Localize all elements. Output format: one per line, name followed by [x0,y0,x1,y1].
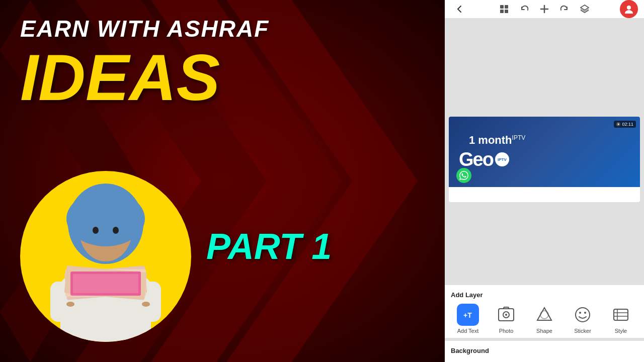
ideas-text: IDEAS [20,45,425,110]
grid-button[interactable] [495,0,513,18]
back-button[interactable] [451,0,469,18]
whatsapp-svg [459,171,468,180]
back-icon [455,4,465,14]
svg-point-18 [142,302,150,307]
resize-tool[interactable]: Resize [539,359,569,362]
panel-area: 02:11 1 monthIPTV Geo IPTV [445,19,644,362]
sticker-label: Sticker [574,328,591,334]
photo-tool[interactable]: Photo [491,304,521,334]
svg-text:+T: +T [463,311,472,319]
add-icon [539,4,549,14]
flip-rotate-icon-wrap [574,359,594,362]
grid-icon [499,4,509,14]
add-text-label: Add Text [457,328,479,334]
style-icon [612,306,629,323]
add-layer-title: Add Layer [449,291,640,299]
svg-rect-22 [505,10,508,13]
svg-point-6 [66,191,145,246]
undo-button[interactable] [515,0,533,18]
iptv-card[interactable]: 02:11 1 monthIPTV Geo IPTV [449,117,640,202]
shape-icon-wrap [533,304,555,326]
toolbar-center-icons [495,0,594,18]
bottom-row: PART 1 [20,171,425,347]
play-icon-small [616,122,620,126]
style-icon-wrap [610,304,632,326]
svg-point-38 [584,312,586,314]
canvas-area: EARN WITH ASHRAF IDEAS [0,0,445,362]
sticker-icon-wrap [572,304,594,326]
svg-point-33 [505,314,507,316]
add-button[interactable] [535,0,553,18]
add-text-tool[interactable]: +T Add Text [453,304,483,334]
style-tool[interactable]: Style [606,304,636,334]
avatar-circle [20,171,191,342]
shape-tool[interactable]: Shape [529,304,559,334]
effects-tool[interactable]: Effects [479,359,508,362]
shape-label: Shape [536,328,552,334]
layers-button[interactable] [576,0,594,18]
panel-top-empty [445,19,644,117]
svg-point-8 [113,227,119,234]
add-layer-tools: +T Add Text Photo [449,304,640,334]
part-text: PART 1 [206,226,332,267]
sticker-icon [574,306,591,323]
background-title: Background [449,347,640,354]
crop-tool[interactable]: Crop [509,359,538,362]
redo-button[interactable] [555,0,574,18]
svg-point-17 [66,302,74,307]
geo-logo-text: Geo [459,149,493,170]
svg-rect-20 [505,5,508,9]
canvas-content: EARN WITH ASHRAF IDEAS [0,0,445,362]
flip-rotate-tool[interactable]: Flip/Rotate [570,359,599,362]
svg-point-26 [627,6,631,10]
svg-rect-19 [500,5,504,9]
profile-button[interactable] [620,0,638,18]
effects-icon-wrap [484,359,504,362]
svg-point-35 [540,311,548,319]
photo-icon [498,306,515,323]
background-section: Background Replace [445,341,644,362]
svg-rect-16 [73,274,138,293]
badge-text: IPTV [498,157,507,162]
add-text-icon: +T [461,308,475,322]
earn-with-ashraf-text: EARN WITH ASHRAF [20,15,425,42]
sidebar: 02:11 1 monthIPTV Geo IPTV [445,0,644,362]
add-layer-section: Add Layer +T Add Text [445,285,644,338]
background-tools: Replace Effects [449,359,640,362]
redo-icon [559,4,570,14]
add-text-icon-wrap: +T [457,304,479,326]
panel-bottom-empty [445,202,644,285]
replace-tool[interactable]: Replace [449,359,478,362]
svg-point-7 [93,227,99,234]
style-label: Style [615,328,627,334]
card-inner: 02:11 1 monthIPTV Geo IPTV [449,117,640,187]
profile-icon [623,4,634,15]
svg-rect-39 [614,309,628,320]
photo-icon-wrap [495,304,517,326]
svg-point-37 [579,312,581,314]
undo-icon [519,4,529,14]
layers-icon [580,4,590,14]
iptv-line1: 1 monthIPTV [469,134,525,147]
photo-label: Photo [499,328,514,334]
replace-icon-wrap [453,359,473,362]
toolbar-left-icons [451,0,469,18]
top-toolbar [445,0,644,19]
square-icon-wrap [604,359,624,362]
square-tool[interactable]: Square [600,359,629,362]
sticker-tool[interactable]: Sticker [568,304,598,334]
whatsapp-icon [456,168,471,183]
video-duration-badge: 02:11 [614,121,636,128]
svg-rect-21 [500,10,504,13]
shape-icon [536,306,553,323]
resize-icon-wrap [544,359,564,362]
geo-iptv-badge: IPTV [495,152,509,166]
duration-text: 02:11 [622,122,633,127]
crop-icon-wrap [514,359,534,362]
person-illustration [20,171,191,342]
svg-point-36 [576,308,590,322]
